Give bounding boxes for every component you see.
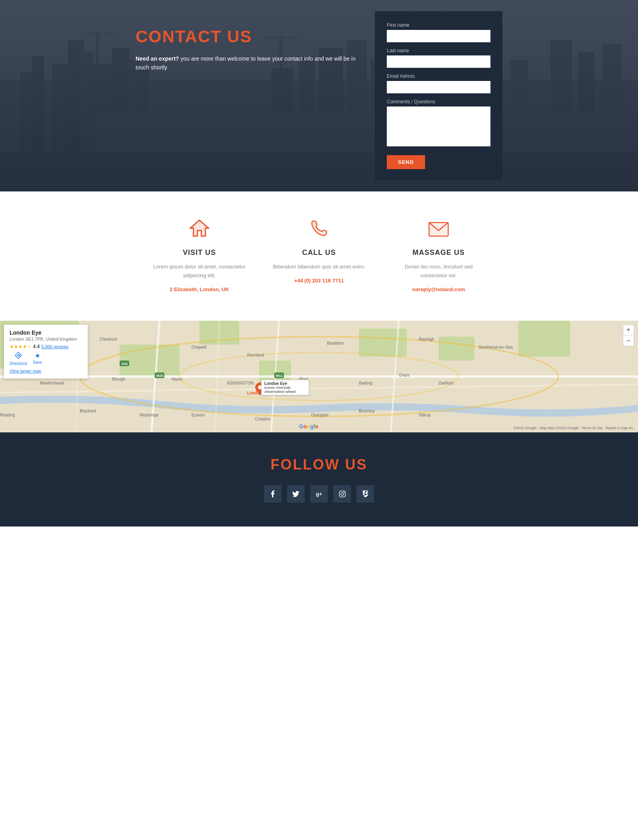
svg-text:Barking: Barking [359, 381, 372, 385]
house-icon [152, 219, 247, 241]
svg-text:Epsom: Epsom [191, 412, 205, 417]
zoom-in-button[interactable]: + [623, 325, 634, 335]
save-button[interactable]: ★ Save [33, 352, 42, 366]
follow-title: FOLLOW US [8, 456, 630, 473]
rating-stars: ★★★★☆ [10, 344, 32, 349]
svg-text:Chigwell: Chigwell [191, 345, 207, 349]
svg-rect-37 [120, 345, 179, 377]
map-container[interactable]: Watford Cheshunt Chigwell Romford Basild… [0, 321, 638, 432]
pinterest-icon[interactable] [356, 485, 374, 503]
email-input[interactable] [387, 81, 490, 93]
directions-button[interactable]: Directions [10, 352, 27, 366]
google-plus-label: g+ [316, 491, 322, 497]
visit-link[interactable]: 2 Elizabeth, London, UK [170, 286, 229, 292]
message-item: MASSAGE US Donec leo nunc, tincidunt sed… [391, 219, 486, 293]
svg-text:Basildon: Basildon [327, 341, 344, 345]
page-title: CONTACT US [136, 27, 359, 46]
svg-rect-42 [518, 321, 570, 357]
svg-text:Maidenhead: Maidenhead [40, 381, 64, 385]
hero-content: CONTACT US Need an expert? you are more … [128, 0, 510, 191]
message-link[interactable]: noreply@noland.com [412, 286, 465, 292]
svg-text:Bromley: Bromley [359, 408, 375, 413]
svg-text:Orpington: Orpington [311, 413, 329, 417]
send-button[interactable]: SEND [387, 155, 425, 169]
svg-text:M11: M11 [276, 374, 283, 378]
map-section: Watford Cheshunt Chigwell Romford Basild… [0, 321, 638, 432]
facebook-icon[interactable] [264, 485, 282, 503]
google-plus-icon[interactable]: g+ [310, 485, 328, 503]
call-link[interactable]: +44 (0) 203 116 7711 [294, 278, 344, 284]
comments-group: Comments / Questions [387, 99, 490, 148]
map-panel-address: London SE1 7PB, United Kingdom [10, 337, 82, 341]
view-larger-link[interactable]: View larger map [10, 369, 41, 373]
info-grid: VISIT US Lorem ipsum dolor sit amet, con… [140, 219, 498, 293]
svg-rect-84 [339, 491, 345, 497]
message-title: MASSAGE US [391, 248, 486, 257]
svg-text:Weybridge: Weybridge [140, 413, 159, 417]
hero-section: CONTACT US Need an expert? you are more … [0, 0, 638, 191]
svg-text:Slough: Slough [112, 377, 125, 381]
map-panel-title: London Eye [10, 329, 82, 336]
follow-section: FOLLOW US g+ [0, 432, 638, 526]
last-name-input[interactable] [387, 55, 490, 68]
save-label: Save [33, 360, 42, 365]
svg-text:Grays: Grays [399, 373, 410, 377]
comments-label: Comments / Questions [387, 99, 490, 105]
email-group: Email Adress [387, 73, 490, 93]
svg-rect-40 [359, 329, 407, 357]
svg-point-86 [344, 492, 345, 493]
svg-text:Cheshunt: Cheshunt [100, 337, 117, 341]
svg-rect-34 [429, 223, 448, 236]
map-zoom-controls: + − [623, 325, 634, 346]
map-panel-rating: ★★★★☆ 4.4 5,006 reviews [10, 344, 82, 349]
envelope-icon [391, 219, 486, 241]
reviews-link[interactable]: 5,006 reviews [41, 344, 69, 349]
visit-item: VISIT US Lorem ipsum dolor sit amet, con… [152, 219, 247, 293]
first-name-group: First name [387, 22, 490, 42]
map-location-name: London Eye [264, 381, 306, 386]
instagram-icon[interactable] [333, 485, 351, 503]
map-location-label: London Eye Iconic riverside observation … [261, 380, 309, 395]
zoom-out-button[interactable]: − [623, 335, 634, 346]
hero-description: Need an expert? you are more than welcom… [136, 54, 359, 72]
svg-text:Bracknell: Bracknell [80, 409, 96, 413]
map-location-sublabel: Iconic riverside observation wheel [264, 386, 306, 394]
phone-icon [271, 219, 367, 241]
call-desc: Bibendum bibendum quis sit amet enim. [271, 262, 367, 271]
svg-text:A41: A41 [121, 362, 128, 366]
svg-text:M25: M25 [156, 374, 163, 378]
call-item: CALL US Bibendum bibendum quis sit amet … [271, 219, 367, 293]
svg-text:Reading: Reading [0, 413, 15, 417]
svg-text:Rayleigh: Rayleigh [419, 337, 434, 341]
message-desc: Donec leo nunc, tincidunt sed consectetu… [391, 262, 486, 280]
last-name-label: Last name [387, 48, 490, 53]
save-icon: ★ [35, 352, 40, 359]
rating-value: 4.4 [33, 344, 40, 349]
svg-text:Sidcup: Sidcup [419, 413, 431, 417]
contact-form: First name Last name Email Adress Commen… [375, 11, 502, 180]
visit-title: VISIT US [152, 248, 247, 257]
svg-text:KENSINGTON: KENSINGTON [227, 381, 254, 385]
map-panel-actions: Directions ★ Save [10, 352, 82, 366]
call-title: CALL US [271, 248, 367, 257]
svg-text:Google: Google [299, 423, 318, 430]
comments-textarea[interactable] [387, 106, 490, 146]
svg-text:Romford: Romford [247, 353, 264, 357]
hero-left: CONTACT US Need an expert? you are more … [136, 11, 375, 72]
map-background: Watford Cheshunt Chigwell Romford Basild… [0, 321, 638, 432]
twitter-icon[interactable] [287, 485, 305, 503]
directions-icon [15, 352, 22, 361]
first-name-input[interactable] [387, 30, 490, 42]
last-name-group: Last name [387, 48, 490, 68]
map-copyright: ©2016 Google · Map data ©2016 Google · T… [513, 426, 636, 430]
hero-desc-bold: Need an expert? [136, 55, 179, 62]
svg-text:Dartford: Dartford [439, 381, 453, 385]
email-label: Email Adress [387, 73, 490, 79]
svg-point-85 [341, 493, 344, 495]
info-section: VISIT US Lorem ipsum dolor sit amet, con… [0, 191, 638, 321]
svg-text:Croydon: Croydon [255, 417, 270, 421]
directions-label: Directions [10, 361, 27, 366]
map-panel: London Eye London SE1 7PB, United Kingdo… [4, 325, 88, 379]
visit-desc: Lorem ipsum dolor sit amet, consectetur … [152, 262, 247, 280]
social-icons: g+ [8, 485, 630, 503]
